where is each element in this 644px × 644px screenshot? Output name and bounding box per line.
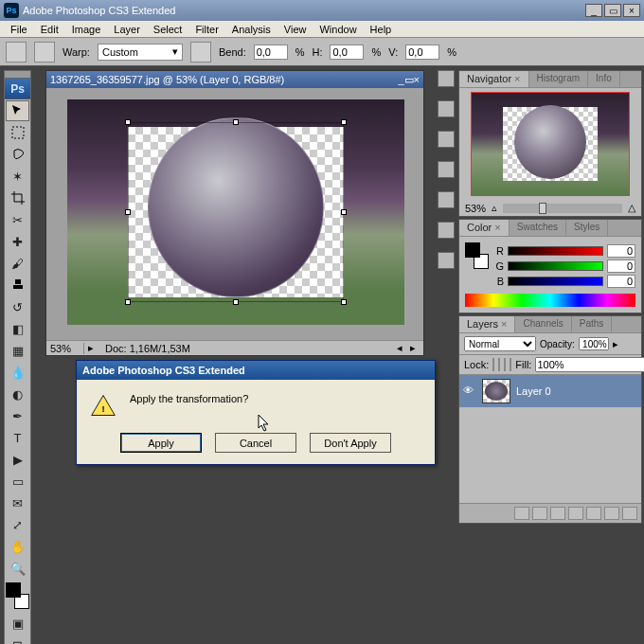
crop-tool[interactable] (6, 188, 29, 208)
canvas[interactable] (67, 99, 404, 325)
transform-bounds[interactable] (128, 122, 344, 302)
transform-handle[interactable] (125, 209, 131, 215)
layer-thumbnail[interactable] (482, 379, 510, 403)
wand-tool[interactable]: ✶ (6, 166, 29, 187)
tab-info[interactable]: Info (588, 71, 620, 87)
lock-position-icon[interactable] (504, 358, 506, 371)
tab-color[interactable]: Color× (459, 220, 510, 236)
dock-toggle-icon[interactable] (438, 100, 455, 117)
hue-ramp[interactable] (465, 294, 635, 307)
doc-close-button[interactable]: × (414, 74, 420, 85)
apply-button[interactable]: Apply (120, 433, 202, 453)
g-slider[interactable] (508, 261, 603, 271)
g-input[interactable] (607, 259, 635, 273)
blend-mode-select[interactable]: Normal (464, 336, 536, 351)
opacity-flyout-icon[interactable]: ▸ (613, 338, 618, 350)
dock-toggle-icon[interactable] (438, 161, 455, 178)
pen-tool[interactable]: ✒ (6, 405, 29, 426)
menu-filter[interactable]: Filter (188, 24, 224, 35)
transform-handle[interactable] (341, 299, 347, 305)
transform-handle[interactable] (341, 119, 347, 125)
hand-tool[interactable]: ✋ (6, 536, 29, 557)
menu-select[interactable]: Select (147, 24, 189, 35)
group-icon[interactable] (586, 507, 601, 520)
warp-select[interactable]: Custom▾ (98, 44, 183, 61)
color-swatches[interactable] (6, 582, 29, 609)
brush-tool[interactable]: 🖌 (6, 253, 29, 274)
h-input[interactable]: 0,0 (330, 45, 364, 60)
marquee-tool[interactable] (6, 122, 29, 143)
fill-input[interactable] (535, 357, 644, 372)
link-layers-icon[interactable] (514, 507, 529, 520)
warp-orientation-icon[interactable] (190, 42, 211, 63)
navigator-zoom-value[interactable]: 53% (465, 203, 486, 214)
lock-transparent-icon[interactable] (492, 358, 494, 371)
opacity-input[interactable] (579, 337, 609, 350)
tab-paths[interactable]: Paths (572, 316, 613, 332)
transform-icon[interactable] (6, 42, 27, 63)
warp-grid-icon[interactable] (34, 42, 55, 63)
menu-layer[interactable]: Layer (107, 24, 147, 35)
gradient-tool[interactable]: ▦ (6, 340, 29, 361)
b-slider[interactable] (508, 277, 603, 286)
new-layer-icon[interactable] (604, 507, 619, 520)
history-brush-tool[interactable]: ↺ (6, 296, 29, 317)
healing-tool[interactable]: ✚ (6, 231, 29, 252)
v-input[interactable]: 0,0 (405, 45, 439, 60)
r-slider[interactable] (508, 246, 603, 256)
maximize-button[interactable]: ▭ (604, 4, 621, 17)
zoom-field[interactable]: 53% (46, 343, 84, 354)
eraser-tool[interactable]: ◧ (6, 318, 29, 339)
mask-icon[interactable] (550, 507, 565, 520)
adjustment-icon[interactable] (568, 507, 583, 520)
minimize-button[interactable]: _ (585, 4, 602, 17)
dock-toggle-icon[interactable] (438, 191, 455, 208)
cancel-button[interactable]: Cancel (215, 433, 296, 453)
dialog-titlebar[interactable]: Adobe Photoshop CS3 Extended (77, 361, 435, 380)
lasso-tool[interactable] (6, 144, 29, 165)
quickmask-icon[interactable]: ▣ (6, 613, 29, 634)
doc-maximize-button[interactable]: ▭ (404, 74, 414, 86)
menu-window[interactable]: Window (313, 24, 363, 35)
dock-toggle-icon[interactable] (438, 222, 455, 239)
trash-icon[interactable] (622, 507, 637, 520)
layer-row[interactable]: 👁 Layer 0 (459, 375, 641, 407)
type-tool[interactable]: T (6, 427, 29, 448)
b-input[interactable] (607, 275, 635, 288)
transform-handle[interactable] (233, 299, 239, 305)
menu-view[interactable]: View (277, 24, 313, 35)
document-titlebar[interactable]: 1367265_36359577.jpg @ 53% (Layer 0, RGB… (46, 71, 423, 88)
menu-analysis[interactable]: Analysis (225, 24, 277, 35)
menu-file[interactable]: File (4, 24, 34, 35)
dodge-tool[interactable]: ◐ (6, 384, 29, 404)
zoom-out-icon[interactable]: ▵ (492, 202, 497, 214)
transform-handle[interactable] (125, 119, 131, 125)
tab-swatches[interactable]: Swatches (510, 220, 566, 236)
shape-tool[interactable]: ▭ (6, 471, 29, 492)
dock-toggle-icon[interactable] (438, 131, 455, 148)
stamp-tool[interactable] (6, 275, 29, 295)
move-tool[interactable] (6, 100, 29, 121)
fx-icon[interactable] (532, 507, 547, 520)
bend-input[interactable]: 0,0 (254, 45, 288, 60)
menu-image[interactable]: Image (65, 24, 108, 35)
zoom-in-icon[interactable]: △ (628, 202, 635, 214)
navigator-preview[interactable] (471, 92, 630, 196)
notes-tool[interactable]: ✉ (6, 492, 29, 513)
menu-help[interactable]: Help (364, 24, 399, 35)
zoom-slider[interactable] (503, 204, 622, 213)
menu-edit[interactable]: Edit (34, 24, 65, 35)
tab-layers[interactable]: Layers× (459, 316, 515, 332)
blur-tool[interactable]: 💧 (6, 362, 29, 383)
tab-histogram[interactable]: Histogram (529, 71, 589, 87)
visibility-icon[interactable]: 👁 (463, 385, 476, 398)
lock-pixels-icon[interactable] (498, 358, 500, 371)
tab-navigator[interactable]: Navigator× (459, 71, 529, 87)
dock-toggle-icon[interactable] (438, 70, 455, 87)
dont-apply-button[interactable]: Don't Apply (310, 433, 391, 453)
slice-tool[interactable]: ✂ (6, 209, 29, 230)
lock-all-icon[interactable] (510, 358, 511, 371)
close-button[interactable]: × (623, 4, 640, 17)
screenmode-icon[interactable]: ⊡ (6, 635, 29, 644)
r-input[interactable] (607, 244, 635, 258)
